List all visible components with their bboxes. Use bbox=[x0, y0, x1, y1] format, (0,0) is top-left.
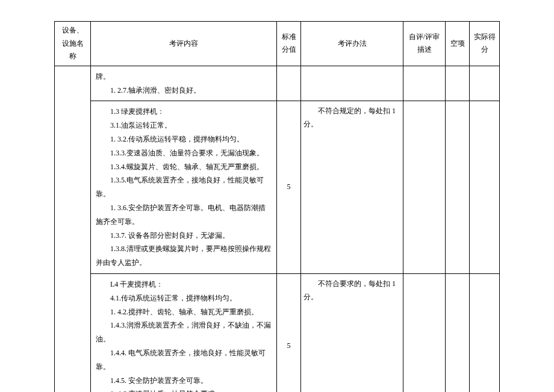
content-line: 1.3 绿麦搅拌机： bbox=[96, 105, 272, 119]
content-line: 牌。 bbox=[96, 70, 272, 84]
cell-actual-score bbox=[470, 101, 500, 274]
content-line: 3.1.油泵运转正常。 bbox=[96, 119, 272, 132]
content-line: 4.1.传动系统运转正常，搅拌物料均匀。 bbox=[96, 291, 272, 305]
cell-self-review bbox=[403, 66, 446, 101]
cell-equipment-name bbox=[55, 66, 91, 392]
cell-std-score bbox=[277, 66, 301, 101]
header-empty: 空项 bbox=[446, 22, 470, 66]
content-line: 1. 2.7.轴承润滑、密封良好。 bbox=[96, 84, 272, 98]
cell-content: L4 干麦搅拌机： 4.1.传动系统运转正常，搅拌物料均匀。 1. 4.2.搅拌… bbox=[91, 273, 277, 392]
content-line: 1.3.7. 设备各部分密封良好，无渗漏。 bbox=[96, 229, 272, 243]
cell-std-score: 5 bbox=[277, 273, 301, 392]
content-line: 1.3.3.变速器油质、油量符合要求，无漏油现象。 bbox=[96, 146, 272, 160]
header-eval-content: 考评内容 bbox=[91, 22, 277, 66]
cell-method bbox=[301, 66, 403, 101]
evaluation-table: 设备、设施名称 考评内容 标准分值 考评办法 自评/评审描述 空项 实际得分 牌… bbox=[54, 21, 500, 392]
header-eval-method: 考评办法 bbox=[301, 22, 403, 66]
content-line: L4 干麦搅拌机： bbox=[96, 278, 272, 291]
cell-method: 不符合规定的，每处扣 1 分。 bbox=[301, 101, 403, 274]
table-header-row: 设备、设施名称 考评内容 标准分值 考评办法 自评/评审描述 空项 实际得分 bbox=[55, 22, 500, 66]
content-line: 1. 3.2.传动系统运转平稳，搅拌物料均匀。 bbox=[96, 132, 272, 146]
method-text: 不符合规定的，每处扣 1 分。 bbox=[303, 107, 396, 128]
content-line: 1. 3.6.安全防护装置齐全可靠。电机、电器防潮措施齐全可靠。 bbox=[96, 201, 272, 229]
cell-self-review bbox=[403, 273, 446, 392]
content-line: 1. 4.6.变速器油质、油量符合要求。 bbox=[96, 387, 272, 392]
method-text: 不符合要求的，每处扣 1 分。 bbox=[303, 279, 396, 301]
content-line: 1.4.4. 电气系统装置齐全，接地良好，性能灵敏可靠。 bbox=[96, 346, 272, 374]
table-row: 1.3 绿麦搅拌机： 3.1.油泵运转正常。 1. 3.2.传动系统运转平稳，搅… bbox=[55, 101, 500, 274]
content-line: 1.3.4.螺旋翼片、齿轮、轴承、轴瓦无严重磨损。 bbox=[96, 160, 272, 174]
header-std-score: 标准分值 bbox=[277, 22, 301, 66]
cell-content: 牌。 1. 2.7.轴承润滑、密封良好。 bbox=[91, 66, 277, 101]
header-self-review: 自评/评审描述 bbox=[403, 22, 446, 66]
content-line: 1. 4.2.搅拌叶、齿轮、轴承、轴瓦无严重磨损。 bbox=[96, 305, 272, 319]
cell-empty bbox=[446, 273, 470, 392]
content-line: 1.3.8.清理或更换螺旋翼片时，要严格按照操作规程并由专人监护。 bbox=[96, 242, 272, 270]
cell-actual-score bbox=[470, 66, 500, 101]
cell-self-review bbox=[403, 101, 446, 274]
cell-empty bbox=[446, 101, 470, 274]
cell-empty bbox=[446, 66, 470, 101]
header-equipment-name: 设备、设施名称 bbox=[55, 22, 91, 66]
content-line: 1.4.3.润滑系统装置齐全，润滑良好，不缺油，不漏油。 bbox=[96, 319, 272, 346]
cell-std-score: 5 bbox=[277, 101, 301, 274]
cell-actual-score bbox=[470, 273, 500, 392]
header-actual-score: 实际得分 bbox=[470, 22, 500, 66]
cell-method: 不符合要求的，每处扣 1 分。 bbox=[301, 273, 403, 392]
table-row: L4 干麦搅拌机： 4.1.传动系统运转正常，搅拌物料均匀。 1. 4.2.搅拌… bbox=[55, 273, 500, 392]
table-row: 牌。 1. 2.7.轴承润滑、密封良好。 bbox=[55, 66, 500, 101]
content-line: 1.4.5. 安全防护装置齐全可靠。 bbox=[96, 374, 272, 388]
content-line: 1.3.5.电气系统装置齐全，接地良好，性能灵敏可靠。 bbox=[96, 173, 272, 201]
cell-content: 1.3 绿麦搅拌机： 3.1.油泵运转正常。 1. 3.2.传动系统运转平稳，搅… bbox=[91, 101, 277, 274]
